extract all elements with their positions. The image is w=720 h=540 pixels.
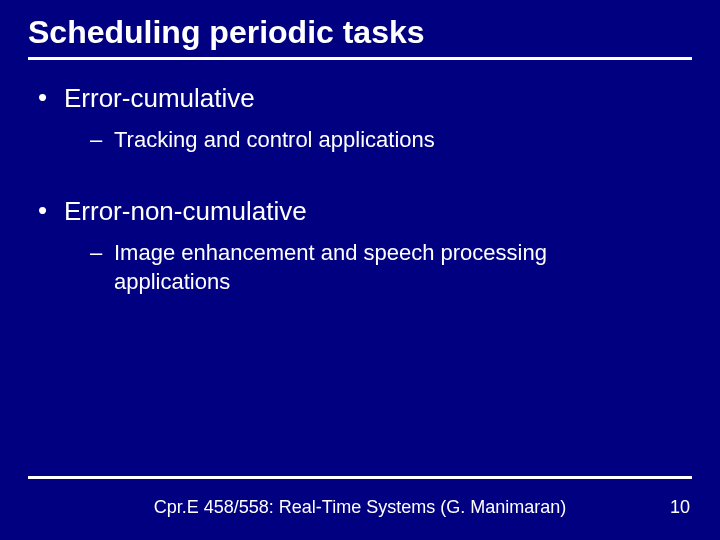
sublist: – Tracking and control applications [36,126,684,155]
slide-footer: Cpr.E 458/558: Real-Time Systems (G. Man… [28,476,692,518]
list-item-label: Error-cumulative [64,82,255,115]
dash-icon: – [90,239,114,296]
footer-course: Cpr.E 458/558: Real-Time Systems (G. Man… [70,497,650,518]
list-item: • Error-non-cumulative [36,195,684,228]
title-divider [28,57,692,60]
dash-icon: – [90,126,114,155]
slide-content: • Error-cumulative – Tracking and contro… [28,82,692,297]
slide: Scheduling periodic tasks • Error-cumula… [0,0,720,540]
footer-row: Cpr.E 458/558: Real-Time Systems (G. Man… [28,497,692,518]
slide-title: Scheduling periodic tasks [28,14,692,55]
bullet-icon: • [36,195,64,228]
page-number: 10 [650,497,690,518]
sublist-item: – Image enhancement and speech processin… [36,239,684,296]
list-item-label: Error-non-cumulative [64,195,307,228]
footer-divider [28,476,692,479]
sublist: – Image enhancement and speech processin… [36,239,684,296]
sublist-item: – Tracking and control applications [36,126,684,155]
sublist-item-label: Tracking and control applications [114,126,435,155]
list-item: • Error-cumulative [36,82,684,115]
bullet-icon: • [36,82,64,115]
sublist-item-label: Image enhancement and speech processing … [114,239,634,296]
